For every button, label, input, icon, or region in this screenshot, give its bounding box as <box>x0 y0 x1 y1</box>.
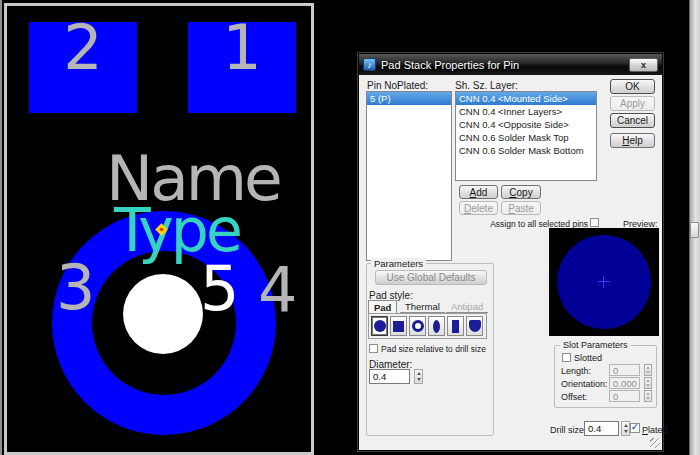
pad-shape-oval-button[interactable] <box>428 316 445 336</box>
offset-spinner[interactable] <box>644 390 652 402</box>
resize-grip[interactable] <box>650 438 660 448</box>
close-button[interactable]: x <box>629 58 658 72</box>
layer-list-item[interactable]: CNN 0.4 <Inner Layers> <box>456 105 596 118</box>
offset-input[interactable] <box>609 390 640 402</box>
layer-list-item[interactable]: CNN 0.6 Solder Mask Top <box>456 131 596 144</box>
ref-type-text: Type <box>114 200 240 260</box>
app-icon <box>363 58 376 71</box>
pad-number-3: 3 <box>56 257 95 319</box>
slotted-label: Slotted <box>574 353 602 363</box>
annular-pad-icon <box>412 320 424 332</box>
pad-shape-toolbar <box>368 313 487 339</box>
tab-pad[interactable]: Pad <box>368 300 397 313</box>
spin-up-icon <box>646 392 650 395</box>
pin-no-label: Pin No: <box>367 80 400 91</box>
spin-up-icon <box>646 379 650 382</box>
length-spinner[interactable] <box>644 364 652 376</box>
pad-shape-annular-button[interactable] <box>409 316 426 336</box>
spin-down-icon <box>417 378 421 381</box>
tab-antipad[interactable]: Antipad <box>446 300 488 313</box>
ok-button[interactable]: OK <box>610 79 655 94</box>
slot-parameters-group-label: Slot Parameters <box>560 340 631 350</box>
delete-button[interactable]: Delete <box>459 201 498 215</box>
orientation-spinner[interactable] <box>644 377 652 389</box>
length-label: Length: <box>561 366 591 376</box>
pad-size-relative-checkbox[interactable] <box>369 344 378 353</box>
circle-pad-icon <box>374 320 386 332</box>
offset-label: Offset: <box>561 392 587 402</box>
preview-crosshair-icon <box>603 276 604 288</box>
drill-size-input[interactable] <box>584 421 619 436</box>
diameter-input[interactable] <box>369 369 410 384</box>
layer-listbox[interactable]: CNN 0.4 <Mounted Side> CNN 0.4 <Inner La… <box>455 91 597 181</box>
pad-number-5: 5 <box>200 258 239 320</box>
tab-thermal[interactable]: Thermal <box>400 300 445 313</box>
pad-number-label: 2 <box>63 22 102 74</box>
dialog-titlebar[interactable]: Pad Stack Properties for Pin x <box>359 54 662 75</box>
plated-label: Plated <box>642 425 668 435</box>
pad-number-label: 1 <box>222 22 261 74</box>
square-pad-icon <box>393 321 404 332</box>
preview-pad-circle <box>557 235 651 329</box>
paste-button[interactable]: Paste <box>501 201 541 215</box>
orientation-input[interactable] <box>609 377 640 389</box>
rectangle-pad-icon <box>452 320 459 333</box>
spin-up-icon <box>646 366 650 369</box>
use-global-defaults-button[interactable]: Use Global Defaults <box>375 270 487 285</box>
pad-preview <box>549 228 659 336</box>
layer-list-item[interactable]: CNN 0.4 <Mounted Side> <box>456 92 596 105</box>
apply-button[interactable]: Apply <box>610 96 655 111</box>
pin-listbox[interactable]: 5 (P) <box>366 91 452 261</box>
spin-down-icon <box>624 430 628 433</box>
spin-down-icon <box>646 384 650 387</box>
pad-shape-square-button[interactable] <box>390 316 407 336</box>
cancel-button[interactable]: Cancel <box>610 113 655 128</box>
pad-drill-hole <box>123 274 203 354</box>
parameters-group-label: Parameters <box>371 258 426 269</box>
drill-size-spinner[interactable] <box>621 421 630 436</box>
layer-list-item[interactable]: CNN 0.6 Solder Mask Bottom <box>456 144 596 157</box>
spin-up-icon <box>624 424 628 427</box>
pcb-app-window: 2 1 Name Type 3 5 4 Pad Stack Properties… <box>0 0 700 455</box>
copy-button[interactable]: Copy <box>501 185 541 199</box>
spin-down-icon <box>646 371 650 374</box>
add-button[interactable]: Add <box>459 185 498 199</box>
plated-checkbox[interactable] <box>630 423 640 433</box>
pad-shape-circle-button[interactable] <box>371 316 388 336</box>
pad-size-relative-label: Pad size relative to drill size <box>381 344 486 354</box>
orientation-label: Orientation: <box>561 379 608 389</box>
pad-object-2[interactable]: 2 <box>29 22 137 113</box>
plated-column-label: Plated: <box>397 80 428 91</box>
pad-shape-odd-button[interactable] <box>466 316 483 336</box>
spin-up-icon <box>417 372 421 375</box>
drill-size-label: Drill size: <box>550 425 587 435</box>
layer-list-item[interactable]: CNN 0.4 <Opposite Side> <box>456 118 596 131</box>
length-input[interactable] <box>609 364 640 376</box>
vertical-scrollbar-thumb[interactable] <box>690 222 699 238</box>
window-left-edge <box>0 0 2 455</box>
odd-pad-icon <box>469 320 481 332</box>
help-button[interactable]: Help <box>610 133 655 148</box>
assign-to-all-checkbox[interactable] <box>590 218 599 227</box>
dialog-title: Pad Stack Properties for Pin <box>381 59 519 71</box>
sh-sz-layer-label: Sh. Sz. Layer: <box>455 80 518 91</box>
preview-crosshair-icon <box>598 281 610 282</box>
close-icon: x <box>641 60 646 70</box>
pad-stack-properties-dialog: Pad Stack Properties for Pin x Pin No: P… <box>358 53 663 451</box>
pad-shape-rectangle-button[interactable] <box>447 316 464 336</box>
pad-number-4: 4 <box>258 260 297 322</box>
spin-down-icon <box>646 397 650 400</box>
diameter-spinner[interactable] <box>414 369 423 384</box>
slotted-checkbox[interactable] <box>562 353 571 362</box>
pad-object-1[interactable]: 1 <box>188 22 296 113</box>
oval-pad-icon <box>433 320 440 333</box>
pin-list-item[interactable]: 5 (P) <box>367 92 451 105</box>
